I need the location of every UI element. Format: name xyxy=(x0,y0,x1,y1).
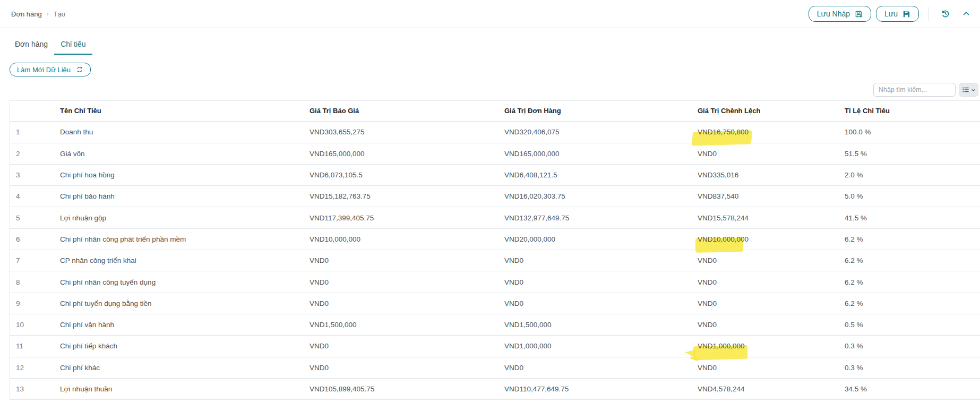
save-draft-button[interactable]: Lưu Nháp xyxy=(809,6,871,22)
table-row[interactable]: 9 Chi phí tuyển dụng bằng tiền VND0 VND0… xyxy=(10,293,980,314)
cell-indicator-name: Lợi nhuận thuần xyxy=(60,385,310,393)
col-diff-header[interactable]: Giá Trị Chênh Lệch xyxy=(698,107,845,115)
table-row[interactable]: 11 Chi phí tiếp khách VND0 VND1,000,000 … xyxy=(10,336,980,357)
table-row[interactable]: 13 Lợi nhuận thuần VND105,899,405.75 VND… xyxy=(10,379,980,400)
table-row[interactable]: 4 Chi phí bảo hành VND15,182,763.75 VND1… xyxy=(10,186,980,207)
view-toggle-button[interactable] xyxy=(959,83,978,97)
cell-diff-value: VND4,578,244 xyxy=(698,385,845,393)
cell-ratio-value: 6.2 % xyxy=(845,278,980,286)
table-row[interactable]: 2 Giá vốn VND165,000,000 VND165,000,000 … xyxy=(10,143,980,165)
top-actions: Lưu Nháp Lưu xyxy=(809,6,973,22)
row-index: 1 xyxy=(10,128,60,136)
table-row[interactable]: 7 CP nhân công triển khai VND0 VND0 VND0… xyxy=(10,250,980,271)
cell-indicator-name: Chi phí khác xyxy=(60,364,310,372)
cell-indicator-name: Chi phí vận hành xyxy=(60,321,310,329)
table-body: 1 Doanh thu VND303,655,275 VND320,406,07… xyxy=(10,122,980,400)
cell-indicator-name: Giá vốn xyxy=(60,150,310,158)
toolbar-row: Làm Mới Dữ Liệu xyxy=(0,63,980,76)
save-button[interactable]: Lưu xyxy=(876,6,919,22)
cell-ratio-value: 0.3 % xyxy=(845,364,980,372)
cell-diff-value: VND837,540 xyxy=(698,192,845,200)
refresh-data-button[interactable]: Làm Mới Dữ Liệu xyxy=(10,63,91,76)
cell-ratio-value: 41.5 % xyxy=(845,214,980,222)
cell-diff-value: VND10,000,000 xyxy=(698,235,845,243)
cell-indicator-name: Chi phí hoa hồng xyxy=(60,171,310,179)
cell-diff-value: VND0 xyxy=(698,256,845,264)
breadcrumb-orders-link[interactable]: Đơn hàng xyxy=(11,10,42,18)
breadcrumb-current: Tạo xyxy=(54,10,65,18)
table-row[interactable]: 12 Chi phí khác VND0 VND0 VND0 0.3 % xyxy=(10,357,980,379)
col-order-header[interactable]: Giá Trị Đơn Hàng xyxy=(504,107,698,115)
table-header-row: Tên Chỉ Tiêu Giá Trị Báo Giá Giá Trị Đơn… xyxy=(10,100,980,122)
cell-order-value: VND165,000,000 xyxy=(504,150,698,158)
row-index: 12 xyxy=(10,364,60,372)
refresh-icon xyxy=(76,66,83,73)
cell-indicator-name: Doanh thu xyxy=(60,128,310,136)
table-row[interactable]: 1 Doanh thu VND303,655,275 VND320,406,07… xyxy=(10,122,980,143)
cell-indicator-name: Chi phí nhân công phát triển phần mềm xyxy=(60,235,310,243)
row-index: 3 xyxy=(10,171,60,179)
cell-order-value: VND132,977,649.75 xyxy=(504,214,698,222)
cell-quote-value: VND0 xyxy=(310,300,504,307)
cell-order-value: VND0 xyxy=(504,256,698,264)
search-input[interactable] xyxy=(873,83,956,97)
cell-diff-value: VND0 xyxy=(698,278,845,286)
cell-ratio-value: 51.5 % xyxy=(845,150,980,158)
cell-ratio-value: 6.2 % xyxy=(845,300,980,307)
indicators-table: Tên Chỉ Tiêu Giá Trị Báo Giá Giá Trị Đơn… xyxy=(10,100,980,400)
cell-quote-value: VND0 xyxy=(310,256,504,264)
table-row[interactable]: 10 Chi phí vận hành VND1,500,000 VND1,50… xyxy=(10,314,980,336)
cell-ratio-value: 6.2 % xyxy=(845,256,980,264)
cell-indicator-name: Lợi nhuận gộp xyxy=(60,214,310,222)
cell-diff-value: VND16,750,800 xyxy=(698,128,845,136)
tab-chi-tieu[interactable]: Chỉ tiêu xyxy=(54,37,92,55)
refresh-data-label: Làm Mới Dữ Liệu xyxy=(17,66,71,74)
cell-quote-value: VND165,000,000 xyxy=(310,150,504,158)
history-icon[interactable] xyxy=(939,7,952,21)
col-name-header[interactable]: Tên Chỉ Tiêu xyxy=(60,107,310,115)
cell-ratio-value: 100.0 % xyxy=(845,128,980,136)
row-index: 2 xyxy=(10,150,60,158)
cell-indicator-name: Chi phí bảo hành xyxy=(60,192,310,200)
tab-bar: Đơn hàng Chỉ tiêu xyxy=(0,37,980,55)
cell-order-value: VND0 xyxy=(504,364,698,372)
breadcrumb: Đơn hàng › Tạo xyxy=(11,10,65,18)
cell-ratio-value: 0.3 % xyxy=(845,342,980,350)
chevron-up-icon[interactable] xyxy=(960,7,973,20)
cell-ratio-value: 6.2 % xyxy=(845,235,980,243)
cell-diff-value: VND335,016 xyxy=(698,171,845,179)
save-label: Lưu xyxy=(884,10,898,18)
row-index: 11 xyxy=(10,342,60,350)
table-row[interactable]: 8 Chi phí nhân công tuyển dụng VND0 VND0… xyxy=(10,271,980,293)
col-quote-header[interactable]: Giá Trị Báo Giá xyxy=(310,107,504,115)
row-index: 8 xyxy=(10,278,60,286)
row-index: 6 xyxy=(10,235,60,243)
table-row[interactable]: 6 Chi phí nhân công phát triển phần mềm … xyxy=(10,229,980,250)
cell-diff-value: VND0 xyxy=(698,150,845,158)
floppy-filled-icon xyxy=(902,10,910,18)
save-draft-label: Lưu Nháp xyxy=(817,10,850,18)
col-ratio-header[interactable]: Tỉ Lệ Chỉ Tiêu xyxy=(845,107,980,115)
table-row[interactable]: 5 Lợi nhuận gộp VND117,399,405.75 VND132… xyxy=(10,207,980,228)
cell-diff-value: VND0 xyxy=(698,321,845,329)
cell-quote-value: VND15,182,763.75 xyxy=(310,192,504,200)
row-index: 10 xyxy=(10,321,60,329)
row-index: 9 xyxy=(10,300,60,307)
cell-quote-value: VND105,899,405.75 xyxy=(310,385,504,393)
cell-order-value: VND6,408,121.5 xyxy=(504,171,698,179)
cell-order-value: VND16,020,303.75 xyxy=(504,192,698,200)
cell-indicator-name: Chi phí nhân công tuyển dụng xyxy=(60,278,310,286)
cell-indicator-name: Chi phí tuyển dụng bằng tiền xyxy=(60,300,310,307)
cell-order-value: VND110,477,649.75 xyxy=(504,385,698,393)
table-row[interactable]: 3 Chi phí hoa hồng VND6,073,105.5 VND6,4… xyxy=(10,165,980,186)
cell-ratio-value: 34.5 % xyxy=(845,385,980,393)
cell-quote-value: VND303,655,275 xyxy=(310,128,504,136)
search-row xyxy=(0,83,980,97)
toolbar-divider xyxy=(929,7,929,21)
row-index: 4 xyxy=(10,192,60,200)
top-bar: Đơn hàng › Tạo Lưu Nháp Lưu xyxy=(0,0,980,28)
cell-order-value: VND1,000,000 xyxy=(504,342,698,350)
cell-quote-value: VND10,000,000 xyxy=(310,235,504,243)
cell-ratio-value: 0.5 % xyxy=(845,321,980,329)
tab-don-hang[interactable]: Đơn hàng xyxy=(8,37,54,55)
